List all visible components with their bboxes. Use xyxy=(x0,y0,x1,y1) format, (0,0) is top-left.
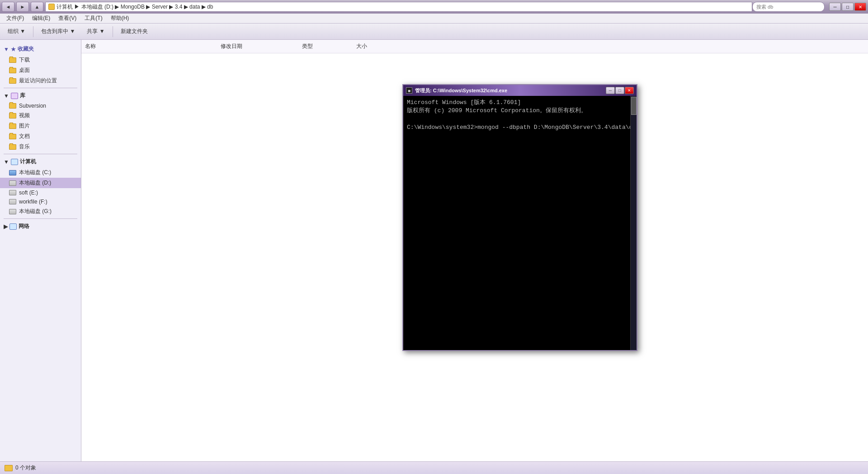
computer-collapse-arrow-icon: ▼ xyxy=(4,159,9,165)
favorites-header[interactable]: ▼ ★ 收藏夹 xyxy=(0,43,81,55)
status-text: 0 个对象 xyxy=(15,464,36,472)
up-button[interactable]: ▲ xyxy=(31,2,43,12)
col-header-size[interactable]: 大小 xyxy=(353,42,398,51)
folder-icon-recent xyxy=(9,78,16,84)
cmd-line-3 xyxy=(407,115,633,123)
sidebar-item-drive-c[interactable]: 本地磁盘 (C:) xyxy=(0,167,81,178)
network-icon xyxy=(9,223,17,230)
col-header-type[interactable]: 类型 xyxy=(298,42,353,51)
computer-icon xyxy=(11,159,18,165)
title-bar-right: ─ □ ✕ xyxy=(752,2,866,12)
col-header-name[interactable]: 名称 xyxy=(81,42,217,51)
back-button[interactable]: ◄ xyxy=(2,2,14,12)
new-folder-button[interactable]: 新建文件夹 xyxy=(117,26,152,37)
sidebar-item-drive-f[interactable]: workfile (F:) xyxy=(0,197,81,206)
folder-icon-doc xyxy=(9,134,16,139)
window-controls: ─ □ ✕ xyxy=(829,3,866,11)
folder-icon-download xyxy=(9,57,16,63)
menu-file[interactable]: 文件(F) xyxy=(3,14,28,23)
sidebar-divider-1 xyxy=(4,88,77,88)
folder-icon-subversion xyxy=(9,103,16,109)
folder-icon-video xyxy=(9,113,16,118)
sidebar-item-subversion[interactable]: Subversion xyxy=(0,101,81,110)
network-collapse-arrow-icon: ▶ xyxy=(4,223,8,230)
cmd-icon: ■ xyxy=(406,87,412,94)
address-path: 计算机 ▶ 本地磁盘 (D:) ▶ MongoDB ▶ Server ▶ 3.4… xyxy=(57,3,213,11)
cmd-window: ■ 管理员: C:\Windows\System32\cmd.exe ─ □ ✕… xyxy=(402,84,637,351)
cmd-title-text: 管理员: C:\Windows\System32\cmd.exe xyxy=(415,87,606,94)
toolbar: 组织 ▼ 包含到库中 ▼ 共享 ▼ 新建文件夹 xyxy=(0,24,868,40)
drive-e-icon xyxy=(9,190,16,195)
minimize-button[interactable]: ─ xyxy=(829,3,841,11)
collapse-arrow-icon: ▼ xyxy=(4,46,9,52)
sidebar-divider-3 xyxy=(4,218,77,219)
close-button[interactable]: ✕ xyxy=(854,3,866,11)
share-button[interactable]: 共享 ▼ xyxy=(83,26,108,37)
drive-d-icon xyxy=(9,180,16,186)
sidebar-item-drive-g[interactable]: 本地磁盘 (G:) xyxy=(0,206,81,217)
status-folder-icon xyxy=(5,465,13,471)
menu-view[interactable]: 查看(V) xyxy=(55,14,80,23)
forward-button[interactable]: ► xyxy=(16,2,29,12)
search-input[interactable] xyxy=(752,2,825,12)
main-layout: ▼ ★ 收藏夹 下载 桌面 最近访问的位置 ▼ 库 xyxy=(0,40,868,461)
cmd-scrollbar[interactable] xyxy=(630,96,637,350)
cmd-close-button[interactable]: ✕ xyxy=(625,87,634,94)
sidebar-item-image[interactable]: 图片 xyxy=(0,121,81,131)
cmd-body[interactable]: Microsoft Windows [版本 6.1.7601] 版权所有 (c)… xyxy=(403,96,637,350)
toolbar-separator-1 xyxy=(33,26,33,37)
sidebar-item-drive-d[interactable]: 本地磁盘 (D:) xyxy=(0,178,81,188)
cmd-title-bar: ■ 管理员: C:\Windows\System32\cmd.exe ─ □ ✕ xyxy=(403,85,637,96)
library-header[interactable]: ▼ 库 xyxy=(0,90,81,101)
organize-button[interactable]: 组织 ▼ xyxy=(4,26,29,37)
sidebar-divider-2 xyxy=(4,154,77,154)
sidebar-item-recent[interactable]: 最近访问的位置 xyxy=(0,76,81,86)
sidebar-item-download[interactable]: 下载 xyxy=(0,55,81,65)
favorites-section: ▼ ★ 收藏夹 下载 桌面 最近访问的位置 xyxy=(0,43,81,86)
sidebar-item-desktop[interactable]: 桌面 xyxy=(0,65,81,76)
drive-c-icon xyxy=(9,170,16,175)
star-icon: ★ xyxy=(11,46,16,52)
cmd-maximize-button[interactable]: □ xyxy=(615,87,624,94)
computer-header[interactable]: ▼ 计算机 xyxy=(0,156,81,167)
folder-icon-desktop xyxy=(9,68,16,73)
cmd-line-2: 版权所有 (c) 2009 Microsoft Corporation。保留所有… xyxy=(407,107,633,115)
menu-tools[interactable]: 工具(T) xyxy=(81,14,106,23)
cmd-controls: ─ □ ✕ xyxy=(606,87,634,94)
library-icon xyxy=(11,93,18,99)
toolbar-separator-2 xyxy=(113,26,113,37)
sidebar: ▼ ★ 收藏夹 下载 桌面 最近访问的位置 ▼ 库 xyxy=(0,40,81,461)
status-bar: 0 个对象 xyxy=(0,461,868,474)
menu-help[interactable]: 帮助(H) xyxy=(107,14,133,23)
menu-bar: 文件(F) 编辑(E) 查看(V) 工具(T) 帮助(H) xyxy=(0,14,868,24)
title-bar: ◄ ► ▲ 计算机 ▶ 本地磁盘 (D:) ▶ MongoDB ▶ Server… xyxy=(0,0,868,14)
cmd-minimize-button[interactable]: ─ xyxy=(606,87,615,94)
network-header[interactable]: ▶ 网络 xyxy=(0,221,81,232)
pack-button[interactable]: 包含到库中 ▼ xyxy=(37,26,79,37)
menu-edit[interactable]: 编辑(E) xyxy=(28,14,54,23)
network-section: ▶ 网络 xyxy=(0,221,81,232)
cmd-line-1: Microsoft Windows [版本 6.1.7601] xyxy=(407,99,633,107)
address-bar[interactable]: 计算机 ▶ 本地磁盘 (D:) ▶ MongoDB ▶ Server ▶ 3.4… xyxy=(45,2,752,12)
folder-icon-music xyxy=(9,144,16,150)
content-area: 名称 修改日期 类型 大小 ■ 管理员: C:\Windows\System32… xyxy=(81,40,868,461)
title-bar-left: ◄ ► ▲ 计算机 ▶ 本地磁盘 (D:) ▶ MongoDB ▶ Server… xyxy=(2,2,752,12)
sidebar-item-doc[interactable]: 文档 xyxy=(0,131,81,142)
maximize-button[interactable]: □ xyxy=(842,3,854,11)
cmd-scrollbar-thumb[interactable] xyxy=(631,97,637,115)
sidebar-item-music[interactable]: 音乐 xyxy=(0,142,81,152)
sidebar-item-drive-e[interactable]: soft (E:) xyxy=(0,188,81,197)
computer-section: ▼ 计算机 本地磁盘 (C:) 本地磁盘 (D:) soft (E:) work… xyxy=(0,156,81,217)
folder-icon xyxy=(48,4,55,10)
library-section: ▼ 库 Subversion 视频 图片 文档 音乐 xyxy=(0,90,81,152)
sidebar-item-video[interactable]: 视频 xyxy=(0,110,81,121)
drive-f-icon xyxy=(9,199,16,204)
drive-g-icon xyxy=(9,209,16,214)
folder-icon-image xyxy=(9,123,16,129)
cmd-line-4: C:\Windows\system32>mongod --dbpath D:\M… xyxy=(407,123,633,132)
content-header: 名称 修改日期 类型 大小 xyxy=(81,40,868,53)
library-collapse-arrow-icon: ▼ xyxy=(4,93,9,99)
col-header-date[interactable]: 修改日期 xyxy=(217,42,298,51)
